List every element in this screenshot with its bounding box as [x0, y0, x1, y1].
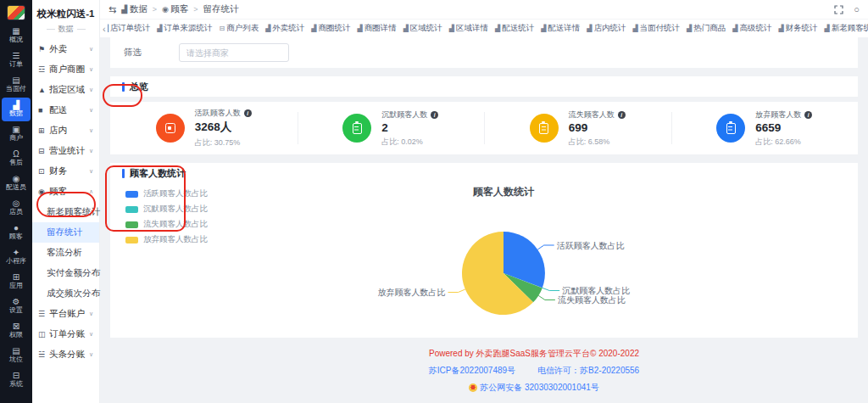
tab-item[interactable]: ▟新老顾客统计: [821, 20, 868, 37]
sidebar-item[interactable]: ☲商户商圈∨: [32, 59, 99, 80]
tabs-scroll-left-icon[interactable]: ‹: [100, 24, 108, 34]
sidebar-item[interactable]: ■配送∨: [32, 100, 99, 120]
rail-item[interactable]: ▤坑位: [2, 344, 31, 367]
bar-chart-icon: ▟: [587, 25, 592, 32]
rail-item[interactable]: ☰订单: [2, 48, 31, 72]
mini-program-icon: ✦: [2, 248, 31, 257]
rail-item[interactable]: ●顾客: [2, 221, 31, 244]
legend-item[interactable]: 放弃顾客人数占比: [125, 234, 208, 245]
takeout-icon: ⚑: [38, 45, 49, 53]
tab-item[interactable]: ▟区域详情: [446, 20, 492, 37]
sidebar-item[interactable]: ⊞店内∨: [32, 120, 99, 141]
sidebar-item[interactable]: ⊟营业统计∨: [32, 141, 99, 161]
rail-item[interactable]: ◉配送员: [2, 171, 31, 195]
sidebar-item[interactable]: ☱头条分账∨: [32, 344, 99, 365]
rail-item[interactable]: ▟数据: [2, 98, 31, 121]
legend-item[interactable]: 活跃顾客人数占比: [125, 188, 208, 199]
tab-item[interactable]: ▟商圈详情: [354, 20, 400, 37]
tab-item[interactable]: ⊟商户列表: [215, 20, 262, 37]
rail-item[interactable]: ▦概况: [2, 24, 31, 48]
chevron-down-icon: ∨: [89, 311, 93, 317]
legend-item[interactable]: 流失顾客人数占比: [125, 219, 208, 230]
section-accent-bar: [122, 169, 125, 178]
tab-item[interactable]: ▟外卖统计: [262, 20, 308, 37]
stat-value: 2: [381, 121, 438, 134]
sidebar-item[interactable]: ☰平台账户∨: [32, 304, 99, 324]
tab-item[interactable]: ▟商圈统计: [308, 20, 353, 37]
rail-item[interactable]: ▣商户: [2, 122, 31, 146]
breadcrumb: ▟ 数据>◉ 顾客>留存统计: [121, 3, 238, 15]
delivery-icon: ■: [38, 106, 49, 115]
telecom-link[interactable]: 电信许可：苏B2-20220556: [537, 366, 639, 375]
bar-chart-icon: ▟: [311, 25, 316, 32]
permissions-icon: ⊠: [2, 322, 31, 331]
clipboard-icon: [539, 123, 548, 134]
refresh-icon[interactable]: ○: [854, 5, 860, 14]
tab-item[interactable]: ▟当面付统计: [629, 20, 683, 37]
tab-item[interactable]: ▟高级统计: [729, 20, 775, 37]
rail-item[interactable]: ▤当面付: [2, 73, 31, 97]
bar-chart-icon: ▟: [825, 25, 830, 32]
collapse-sidebar-icon[interactable]: ⇆: [108, 4, 116, 15]
rail-item[interactable]: ⊞应用: [2, 270, 31, 294]
tab-item[interactable]: ▟配送详情: [537, 20, 583, 37]
breadcrumb-item[interactable]: 留存统计: [203, 3, 239, 15]
breadcrumb-item[interactable]: ◉ 顾客: [162, 3, 188, 15]
sidebar-item[interactable]: ▲指定区域∨: [32, 80, 99, 100]
legend-swatch: [125, 221, 138, 228]
bar-chart-icon: ▟: [632, 25, 637, 32]
chevron-down-icon: ∨: [89, 331, 93, 338]
sidebar-subitem[interactable]: 新老顾客统计: [32, 202, 99, 222]
sidebar-item[interactable]: ◉顾客∧: [32, 182, 99, 202]
bar-chart-icon: ▟: [358, 25, 363, 32]
bar-chart-icon: ▟: [265, 25, 270, 32]
icp-link[interactable]: 苏ICP备2022007489号: [429, 366, 515, 375]
breadcrumb-item[interactable]: ▟ 数据: [121, 3, 147, 15]
tab-item[interactable]: ▟订单来源统计: [153, 20, 215, 37]
info-icon: i: [618, 111, 626, 119]
sidebar-subitem[interactable]: 实付金额分布: [32, 263, 99, 283]
breadcrumb-icon: ▟: [121, 5, 129, 14]
finance-icon: ⊡: [38, 167, 49, 176]
app-title: 校米粒闪送-1: [32, 0, 99, 23]
sidebar-subitem[interactable]: 留存统计: [32, 222, 99, 243]
tab-item[interactable]: ▟财务统计: [775, 20, 821, 37]
tab-item[interactable]: ▟店内统计: [583, 20, 629, 37]
tab-item[interactable]: ▟区域统计: [400, 20, 446, 37]
merchant-select-input[interactable]: [179, 43, 289, 62]
stat-value: 3268人: [195, 120, 252, 135]
rail-item[interactable]: ✦小程序: [2, 245, 31, 269]
svg-text:活跃顾客人数占比: 活跃顾客人数占比: [557, 241, 625, 250]
tab-item[interactable]: ▟热门商品: [683, 20, 729, 37]
sidebar-subitem[interactable]: 客流分析: [32, 243, 99, 263]
sidebar-item[interactable]: ⚑外卖∨: [32, 39, 99, 59]
breadcrumb-icon: ◉: [162, 5, 170, 14]
rail-item[interactable]: ⚙设置: [2, 294, 31, 318]
chart-section-head: 顾客人数统计: [110, 163, 858, 183]
rail-item[interactable]: ⊟系统: [2, 368, 31, 392]
sidebar-item[interactable]: ⊡财务∨: [32, 161, 99, 182]
legend-item[interactable]: 沉默顾客人数占比: [125, 204, 208, 215]
stat-label: 活跃顾客人数i: [195, 108, 252, 119]
stat-label: 流失顾客人数i: [569, 109, 626, 120]
bar-chart-icon: ▟: [687, 25, 692, 32]
bar-chart-icon: ▟: [157, 25, 162, 32]
slots-icon: ▤: [2, 346, 31, 355]
tab-item[interactable]: ▟店订单统计: [108, 20, 154, 37]
tab-item[interactable]: ▟配送统计: [492, 20, 537, 37]
chart-legend: 活跃顾客人数占比沉默顾客人数占比流失顾客人数占比放弃顾客人数占比: [125, 188, 208, 249]
legend-swatch: [125, 237, 138, 243]
police-link[interactable]: 苏公网安备 32030302001041号: [480, 382, 599, 394]
rail-item[interactable]: ◎店员: [2, 196, 31, 220]
sidebar-item[interactable]: ◫订单分账∨: [32, 324, 99, 344]
rail-item[interactable]: ⊠权限: [2, 319, 31, 343]
info-icon: i: [804, 111, 812, 119]
stat-card: 放弃顾客人数i6659占比: 62.66%: [671, 102, 859, 154]
fullscreen-icon[interactable]: [834, 5, 843, 14]
rail-item[interactable]: Ω售后: [2, 147, 31, 171]
bar-chart-icon: ▟: [403, 25, 409, 32]
sidebar-subitem[interactable]: 成交频次分布: [32, 283, 99, 304]
app-logo[interactable]: [7, 5, 25, 20]
tabs: ▟店订单统计▟订单来源统计⊟商户列表▟外卖统计▟商圈统计▟商圈详情▟区域统计▟区…: [108, 20, 868, 37]
topbar: ⇆ ▟ 数据>◉ 顾客>留存统计 ○: [100, 0, 868, 19]
